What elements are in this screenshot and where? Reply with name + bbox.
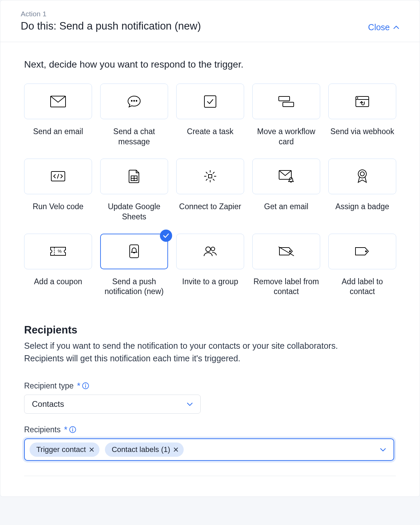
action-label: Send via webhook — [330, 127, 394, 137]
action-add-coupon[interactable]: % Add a coupon — [24, 234, 92, 297]
chip-contact-labels: Contact labels (1) — [105, 442, 184, 457]
svg-rect-15 — [208, 175, 212, 178]
svg-point-18 — [360, 172, 364, 176]
action-move-workflow[interactable]: Move a workflow card — [252, 84, 320, 147]
people-icon — [203, 245, 218, 257]
lead-text: Next, decide how you want to respond to … — [24, 59, 396, 70]
step-title: Do this: Send a push notification (new) — [21, 20, 201, 32]
svg-point-9 — [357, 97, 358, 98]
action-send-email[interactable]: Send an email — [24, 84, 92, 147]
action-remove-label[interactable]: Remove label from contact — [252, 234, 320, 297]
action-push-notification[interactable]: Send a push notification (new) — [100, 234, 168, 297]
action-update-sheets[interactable]: Update Google Sheets — [100, 159, 168, 222]
action-label: Get an email — [264, 202, 308, 212]
svg-point-3 — [136, 100, 137, 101]
svg-point-23 — [211, 247, 215, 251]
action-label: Run Velo code — [33, 202, 84, 212]
svg-rect-21 — [130, 245, 139, 258]
svg-point-32 — [72, 428, 73, 429]
step-number: Action 1 — [21, 10, 201, 18]
chevron-up-icon — [393, 25, 399, 30]
required-star: * — [64, 424, 67, 435]
svg-rect-6 — [283, 102, 294, 107]
coupon-icon: % — [50, 246, 67, 257]
svg-point-29 — [85, 384, 86, 385]
close-label: Close — [368, 22, 390, 32]
mail-bell-icon — [278, 169, 294, 183]
chip-trigger-contact: Trigger contact — [30, 442, 99, 457]
boards-icon — [278, 95, 295, 108]
tag-icon — [354, 246, 370, 257]
action-create-task[interactable]: Create a task — [176, 84, 244, 147]
svg-line-25 — [279, 247, 294, 256]
action-label: Add label to contact — [328, 277, 396, 297]
actions-grid: Send an email Send a chat message Create… — [24, 84, 396, 297]
svg-point-26 — [365, 251, 366, 252]
svg-point-17 — [358, 170, 366, 178]
chevron-down-icon — [187, 402, 193, 406]
action-label: Remove label from contact — [252, 277, 320, 297]
recipient-type-label: Recipient type — [24, 381, 74, 391]
chip-label: Trigger contact — [36, 445, 86, 454]
recipients-desc: Select if you want to send the notificat… — [24, 340, 370, 364]
action-send-chat[interactable]: Send a chat message — [100, 84, 168, 147]
action-get-email[interactable]: Get an email — [252, 159, 320, 222]
divider — [24, 476, 396, 476]
step-header: Action 1 Do this: Send a push notificati… — [0, 0, 420, 42]
action-label: Assign a badge — [335, 202, 389, 212]
phone-bell-icon — [128, 244, 140, 259]
action-invite-group[interactable]: Invite to a group — [176, 234, 244, 297]
svg-rect-4 — [204, 96, 216, 107]
envelope-icon — [50, 95, 66, 108]
ribbon-icon — [356, 169, 369, 184]
checkbox-icon — [203, 95, 217, 108]
recipient-type-select[interactable]: Contacts — [24, 395, 201, 414]
action-label: Create a task — [187, 127, 234, 137]
chip-remove-icon[interactable] — [89, 447, 94, 452]
action-label: Add a coupon — [34, 277, 82, 287]
svg-point-1 — [131, 100, 132, 101]
info-icon[interactable] — [69, 426, 76, 433]
required-star: * — [77, 381, 80, 391]
chat-icon — [127, 95, 142, 108]
action-label: Invite to a group — [182, 277, 238, 287]
svg-point-22 — [206, 247, 211, 252]
action-label: Connect to Zapier — [179, 202, 241, 212]
action-assign-badge[interactable]: Assign a badge — [328, 159, 396, 222]
chip-label: Contact labels (1) — [112, 445, 170, 454]
recipients-list-label: Recipients — [24, 425, 60, 434]
action-label: Send an email — [33, 127, 83, 137]
action-send-webhook[interactable]: Send via webhook — [328, 84, 396, 147]
action-label: Send a push notification (new) — [100, 277, 168, 297]
tag-slash-icon — [278, 246, 294, 257]
close-button[interactable]: Close — [368, 22, 399, 32]
action-label: Move a workflow card — [252, 127, 320, 147]
recipients-multiselect[interactable]: Trigger contact Contact labels (1) — [24, 438, 394, 461]
info-icon[interactable] — [82, 382, 89, 390]
chevron-down-icon — [380, 448, 386, 452]
svg-text:%: % — [58, 249, 62, 254]
selected-check-icon — [160, 230, 172, 242]
gear-icon — [203, 169, 217, 183]
svg-line-11 — [57, 174, 59, 178]
action-label: Send a chat message — [100, 127, 168, 147]
sheet-icon — [128, 169, 140, 183]
recipients-title: Recipients — [24, 324, 396, 336]
svg-point-24 — [289, 251, 290, 252]
svg-rect-5 — [279, 96, 290, 101]
webhook-icon — [355, 95, 370, 108]
code-icon — [50, 170, 66, 182]
recipient-type-value: Contacts — [32, 399, 64, 409]
action-add-label[interactable]: Add label to contact — [328, 234, 396, 297]
action-connect-zapier[interactable]: Connect to Zapier — [176, 159, 244, 222]
action-run-velo[interactable]: Run Velo code — [24, 159, 92, 222]
svg-point-2 — [134, 100, 135, 101]
action-label: Update Google Sheets — [100, 202, 168, 222]
chip-remove-icon[interactable] — [174, 447, 178, 452]
